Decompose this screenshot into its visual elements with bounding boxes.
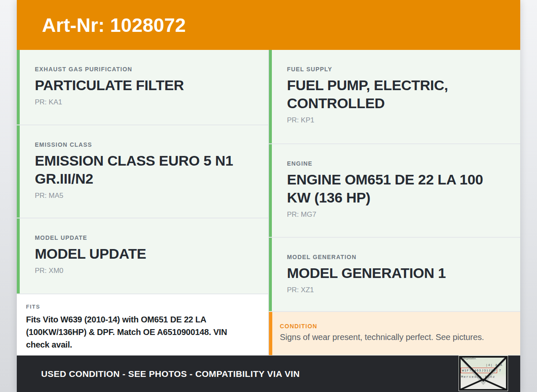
spec-card-model-generation: MODEL GENERATION MODEL GENERATION 1 PR: … bbox=[269, 238, 520, 311]
listing-page: Art-Nr: 1028072 EXHAUST GAS PURIFICATION… bbox=[17, 0, 520, 392]
header-banner: Art-Nr: 1028072 bbox=[17, 0, 520, 50]
spec-card-exhaust: EXHAUST GAS PURIFICATION PARTICULATE FIL… bbox=[17, 50, 268, 125]
spec-card-model-update: MODEL UPDATE MODEL UPDATE PR: XM0 bbox=[17, 218, 268, 293]
envelope-icon bbox=[459, 356, 508, 391]
spec-card-fuel-supply: FUEL SUPPLY FUEL PUMP, ELECTRIC, CONTROL… bbox=[269, 50, 520, 143]
spec-label: MODEL UPDATE bbox=[35, 234, 254, 241]
spec-title: PARTICULATE FILTER bbox=[35, 76, 254, 94]
spec-column-left: EXHAUST GAS PURIFICATION PARTICULATE FIL… bbox=[17, 50, 268, 356]
spec-label: MODEL GENERATION bbox=[287, 254, 506, 260]
fits-text: Fits Vito W639 (2010-14) with OM651 DE 2… bbox=[26, 313, 256, 351]
spec-pr-code: PR: KA1 bbox=[35, 98, 254, 106]
spec-card-emission: EMISSION CLASS EMISSION CLASS EURO 5 N1 … bbox=[17, 125, 268, 218]
spec-title: FUEL PUMP, ELECTRIC, CONTROLLED bbox=[287, 76, 506, 112]
spec-card-engine: ENGINE ENGINE OM651 DE 22 LA 100 KW (136… bbox=[269, 144, 520, 237]
article-number-title: Art-Nr: 1028072 bbox=[42, 14, 186, 36]
spec-title: ENGINE OM651 DE 22 LA 100 KW (136 HP) bbox=[287, 171, 506, 207]
vin-document-thumbnail: Fahrgestellnr. |4| AiA W1F71463J31298 7 … bbox=[459, 356, 508, 391]
condition-label: CONDITION bbox=[280, 323, 510, 330]
footer-notice: USED CONDITION - SEE PHOTOS - COMPATIBIL… bbox=[41, 369, 300, 379]
spec-pr-code: PR: XM0 bbox=[35, 267, 254, 275]
spec-pr-code: PR: KP1 bbox=[287, 116, 506, 125]
spec-grid: EXHAUST GAS PURIFICATION PARTICULATE FIL… bbox=[17, 50, 520, 356]
condition-card: CONDITION Signs of wear present, technic… bbox=[269, 312, 520, 355]
spec-title: MODEL UPDATE bbox=[35, 245, 254, 263]
spec-label: ENGINE bbox=[287, 160, 506, 167]
footer-bar: USED CONDITION - SEE PHOTOS - COMPATIBIL… bbox=[17, 356, 520, 392]
spec-title: EMISSION CLASS EURO 5 N1 GR.III/N2 bbox=[35, 152, 254, 188]
spec-label: EMISSION CLASS bbox=[35, 141, 254, 148]
spec-label: EXHAUST GAS PURIFICATION bbox=[35, 66, 254, 73]
spec-label: FUEL SUPPLY bbox=[287, 66, 506, 73]
spec-pr-code: PR: MA5 bbox=[35, 192, 254, 200]
fits-label: FITS bbox=[26, 304, 256, 310]
spec-pr-code: PR: XZ1 bbox=[287, 286, 506, 294]
fits-card: FITS Fits Vito W639 (2010-14) with OM651… bbox=[17, 294, 268, 355]
spec-column-right: FUEL SUPPLY FUEL PUMP, ELECTRIC, CONTROL… bbox=[269, 50, 520, 356]
condition-text: Signs of wear present, technically perfe… bbox=[280, 332, 510, 342]
spec-title: MODEL GENERATION 1 bbox=[287, 264, 506, 282]
spec-pr-code: PR: MG7 bbox=[287, 210, 506, 219]
